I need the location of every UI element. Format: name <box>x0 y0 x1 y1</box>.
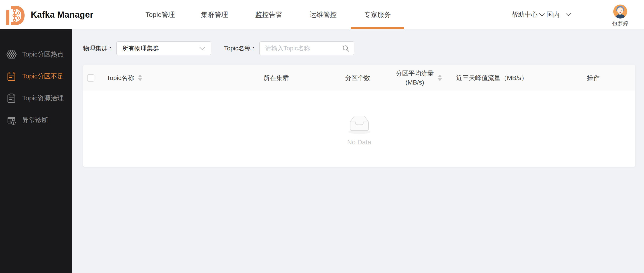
user-menu[interactable]: 包梦婷 <box>610 0 630 29</box>
app-title: Kafka Manager <box>31 0 94 29</box>
help-center-label: 帮助中心 <box>512 10 538 19</box>
avatar <box>613 4 627 18</box>
nav-monitor-alert[interactable]: 监控告警 <box>242 0 296 29</box>
col-action: 操作 <box>587 74 600 82</box>
topic-search-box <box>259 41 354 55</box>
chevron-down-icon <box>566 13 571 16</box>
select-chevron-down-icon <box>199 46 206 50</box>
sidebar-item-label: Topic资源治理 <box>22 94 64 103</box>
no-data-label: No Data <box>347 139 371 146</box>
sidebar-item-topic-partition-hotspot[interactable]: Topic分区热点 <box>0 43 72 65</box>
username: 包梦婷 <box>610 20 630 27</box>
chevron-down-icon <box>539 13 545 16</box>
table-coin-icon: $ <box>6 115 17 125</box>
clipboard-icon <box>6 93 17 103</box>
sidebar-item-topic-resource-governance[interactable]: Topic资源治理 <box>0 87 72 109</box>
nav-ops-control[interactable]: 运维管控 <box>296 0 350 29</box>
cluster-select[interactable]: 所有物理集群 <box>116 41 211 55</box>
region-selector[interactable]: 国内 <box>546 0 571 29</box>
honeycomb-icon <box>6 49 17 60</box>
nav-expert-service[interactable]: 专家服务 <box>350 0 404 29</box>
sidebar-item-label: Topic分区热点 <box>22 50 64 59</box>
col-cluster: 所在集群 <box>264 74 289 82</box>
sort-desc-icon <box>438 78 442 81</box>
sidebar-item-anomaly-diagnosis[interactable]: $ 异常诊断 <box>0 109 72 131</box>
topic-search-input[interactable] <box>265 45 342 52</box>
col-peak-traffic: 近三天峰值流量（MB/s） <box>456 74 528 82</box>
kafka-manager-logo <box>4 3 26 26</box>
sort-asc-icon <box>438 75 442 77</box>
sort-toggle-topic-name[interactable] <box>138 75 142 81</box>
cluster-select-value: 所有物理集群 <box>122 44 199 52</box>
sidebar-item-topic-partition-insufficient[interactable]: Topic分区不足 <box>0 65 72 87</box>
empty-box-icon <box>345 112 374 134</box>
region-label: 国内 <box>546 10 560 19</box>
col-avg-traffic-line2: (MB/s) <box>396 78 434 87</box>
filter-bar: 物理集群： 所有物理集群 Topic名称： <box>83 41 636 55</box>
sort-toggle-avg-traffic[interactable] <box>438 75 442 81</box>
col-topic-name: Topic名称 <box>106 74 134 82</box>
main-nav: Topic管理 集群管理 监控告警 运维管控 专家服务 <box>133 0 404 29</box>
nav-cluster-management[interactable]: 集群管理 <box>187 0 242 29</box>
clipboard-icon <box>6 71 17 82</box>
col-partition-count: 分区个数 <box>345 74 370 82</box>
sort-desc-icon <box>138 78 142 81</box>
nav-topic-management[interactable]: Topic管理 <box>133 0 187 29</box>
search-icon[interactable] <box>342 45 350 52</box>
table-header: Topic名称 所在集群 分区个数 分区平均流量 (MB/s) 近三天峰值流量（… <box>83 65 636 91</box>
sort-asc-icon <box>138 75 142 77</box>
svg-text:$: $ <box>13 121 14 124</box>
main-content: 物理集群： 所有物理集群 Topic名称： Topic名称 <box>72 29 644 273</box>
top-bar: Kafka Manager Topic管理 集群管理 监控告警 运维管控 专家服… <box>0 0 644 29</box>
select-all-checkbox[interactable] <box>87 74 94 82</box>
table-body-empty: No Data <box>83 91 636 167</box>
topic-filter-label: Topic名称： <box>224 44 256 52</box>
topic-table: Topic名称 所在集群 分区个数 分区平均流量 (MB/s) 近三天峰值流量（… <box>83 65 636 167</box>
sidebar-item-label: Topic分区不足 <box>22 72 64 81</box>
col-avg-traffic-line1: 分区平均流量 <box>396 69 434 78</box>
sidebar-item-label: 异常诊断 <box>22 116 48 125</box>
sidebar: Topic分区热点 Topic分区不足 Topic资源治理 <box>0 29 72 273</box>
help-center-menu[interactable]: 帮助中心 <box>512 0 545 29</box>
cluster-filter-label: 物理集群： <box>83 44 114 52</box>
